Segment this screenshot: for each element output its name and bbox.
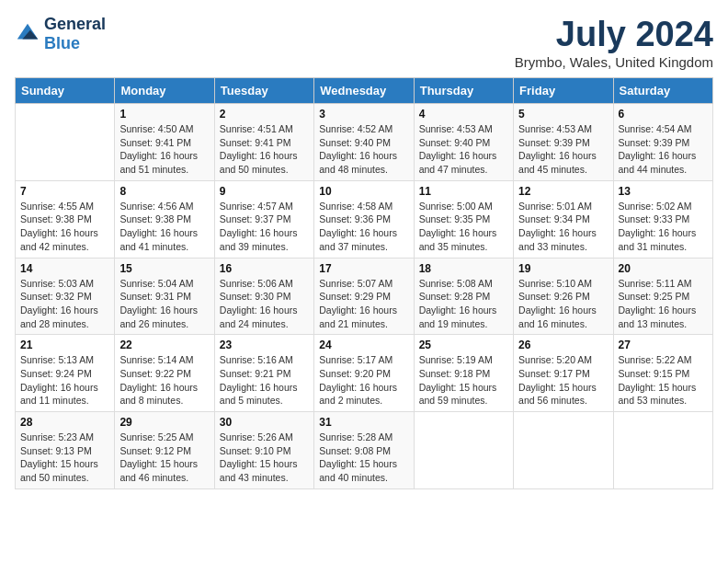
day-number: 17 bbox=[319, 262, 408, 275]
day-info: Sunrise: 4:56 AM Sunset: 9:38 PM Dayligh… bbox=[119, 200, 209, 254]
day-info: Sunrise: 5:10 AM Sunset: 9:26 PM Dayligh… bbox=[518, 277, 608, 331]
day-number: 15 bbox=[119, 262, 209, 275]
calendar-cell: 21Sunrise: 5:13 AM Sunset: 9:24 PM Dayli… bbox=[16, 335, 115, 412]
calendar-week-row: 1Sunrise: 4:50 AM Sunset: 9:41 PM Daylig… bbox=[16, 104, 713, 181]
day-info: Sunrise: 4:53 AM Sunset: 9:39 PM Dayligh… bbox=[518, 122, 608, 177]
page-header: General Blue July 2024 Brymbo, Wales, Un… bbox=[15, 15, 713, 70]
logo-text: General Blue bbox=[44, 15, 106, 53]
day-number: 29 bbox=[119, 416, 209, 429]
day-info: Sunrise: 5:19 AM Sunset: 9:18 PM Dayligh… bbox=[419, 353, 508, 408]
calendar-cell: 14Sunrise: 5:03 AM Sunset: 9:32 PM Dayli… bbox=[16, 258, 115, 335]
weekday-saturday: Saturday bbox=[613, 78, 712, 104]
calendar-cell: 11Sunrise: 5:00 AM Sunset: 9:35 PM Dayli… bbox=[414, 180, 513, 258]
day-info: Sunrise: 5:17 AM Sunset: 9:20 PM Dayligh… bbox=[319, 353, 408, 408]
calendar-cell: 12Sunrise: 5:01 AM Sunset: 9:34 PM Dayli… bbox=[514, 180, 613, 258]
calendar-cell: 7Sunrise: 4:55 AM Sunset: 9:38 PM Daylig… bbox=[16, 180, 115, 258]
day-info: Sunrise: 4:52 AM Sunset: 9:40 PM Dayligh… bbox=[319, 122, 408, 177]
day-info: Sunrise: 5:16 AM Sunset: 9:21 PM Dayligh… bbox=[220, 353, 309, 408]
calendar-cell bbox=[613, 412, 712, 489]
day-number: 10 bbox=[319, 185, 408, 198]
calendar-cell: 29Sunrise: 5:25 AM Sunset: 9:12 PM Dayli… bbox=[115, 412, 214, 489]
day-number: 7 bbox=[20, 185, 109, 198]
day-info: Sunrise: 5:01 AM Sunset: 9:34 PM Dayligh… bbox=[518, 200, 608, 254]
day-number: 26 bbox=[518, 339, 608, 351]
weekday-wednesday: Wednesday bbox=[314, 78, 414, 104]
day-info: Sunrise: 5:11 AM Sunset: 9:25 PM Dayligh… bbox=[619, 277, 708, 331]
day-number: 13 bbox=[619, 185, 708, 198]
day-number: 23 bbox=[220, 339, 309, 351]
day-number: 5 bbox=[518, 108, 608, 121]
calendar-cell: 25Sunrise: 5:19 AM Sunset: 9:18 PM Dayli… bbox=[414, 335, 513, 412]
day-info: Sunrise: 5:28 AM Sunset: 9:08 PM Dayligh… bbox=[319, 431, 408, 485]
month-title: July 2024 bbox=[515, 15, 713, 54]
calendar-cell: 22Sunrise: 5:14 AM Sunset: 9:22 PM Dayli… bbox=[115, 335, 214, 412]
day-info: Sunrise: 5:13 AM Sunset: 9:24 PM Dayligh… bbox=[20, 353, 109, 408]
day-info: Sunrise: 5:08 AM Sunset: 9:28 PM Dayligh… bbox=[419, 277, 508, 331]
calendar-cell: 24Sunrise: 5:17 AM Sunset: 9:20 PM Dayli… bbox=[314, 335, 414, 412]
calendar-cell: 20Sunrise: 5:11 AM Sunset: 9:25 PM Dayli… bbox=[613, 258, 712, 335]
day-number: 22 bbox=[119, 339, 209, 351]
day-number: 27 bbox=[619, 339, 708, 351]
day-info: Sunrise: 5:14 AM Sunset: 9:22 PM Dayligh… bbox=[119, 353, 209, 408]
day-info: Sunrise: 4:54 AM Sunset: 9:39 PM Dayligh… bbox=[619, 122, 708, 177]
day-number: 12 bbox=[518, 185, 608, 198]
calendar-cell: 9Sunrise: 4:57 AM Sunset: 9:37 PM Daylig… bbox=[214, 180, 313, 258]
weekday-header-row: SundayMondayTuesdayWednesdayThursdayFrid… bbox=[16, 78, 713, 104]
calendar-cell: 2Sunrise: 4:51 AM Sunset: 9:41 PM Daylig… bbox=[214, 104, 313, 181]
logo-icon bbox=[15, 21, 40, 47]
calendar-cell: 13Sunrise: 5:02 AM Sunset: 9:33 PM Dayli… bbox=[613, 180, 712, 258]
calendar-cell bbox=[16, 104, 115, 181]
day-info: Sunrise: 5:00 AM Sunset: 9:35 PM Dayligh… bbox=[419, 200, 508, 254]
weekday-tuesday: Tuesday bbox=[214, 78, 313, 104]
day-number: 21 bbox=[20, 339, 109, 351]
calendar-cell: 26Sunrise: 5:20 AM Sunset: 9:17 PM Dayli… bbox=[514, 335, 613, 412]
day-number: 25 bbox=[419, 339, 508, 351]
day-number: 28 bbox=[20, 416, 109, 429]
title-block: July 2024 Brymbo, Wales, United Kingdom bbox=[515, 15, 713, 70]
calendar-cell: 19Sunrise: 5:10 AM Sunset: 9:26 PM Dayli… bbox=[514, 258, 613, 335]
calendar-week-row: 7Sunrise: 4:55 AM Sunset: 9:38 PM Daylig… bbox=[16, 180, 713, 258]
day-number: 1 bbox=[119, 108, 209, 121]
day-number: 3 bbox=[319, 108, 408, 121]
day-number: 14 bbox=[20, 262, 109, 275]
day-info: Sunrise: 5:06 AM Sunset: 9:30 PM Dayligh… bbox=[220, 277, 309, 331]
day-info: Sunrise: 5:04 AM Sunset: 9:31 PM Dayligh… bbox=[119, 277, 209, 331]
day-info: Sunrise: 4:53 AM Sunset: 9:40 PM Dayligh… bbox=[419, 122, 508, 177]
calendar-cell: 4Sunrise: 4:53 AM Sunset: 9:40 PM Daylig… bbox=[414, 104, 513, 181]
day-number: 31 bbox=[319, 416, 408, 429]
day-number: 2 bbox=[220, 108, 309, 121]
calendar-cell: 16Sunrise: 5:06 AM Sunset: 9:30 PM Dayli… bbox=[214, 258, 313, 335]
day-info: Sunrise: 5:07 AM Sunset: 9:29 PM Dayligh… bbox=[319, 277, 408, 331]
day-info: Sunrise: 4:55 AM Sunset: 9:38 PM Dayligh… bbox=[20, 200, 109, 254]
calendar-cell: 15Sunrise: 5:04 AM Sunset: 9:31 PM Dayli… bbox=[115, 258, 214, 335]
day-info: Sunrise: 4:58 AM Sunset: 9:36 PM Dayligh… bbox=[319, 200, 408, 254]
day-info: Sunrise: 4:57 AM Sunset: 9:37 PM Dayligh… bbox=[220, 200, 309, 254]
calendar-cell: 3Sunrise: 4:52 AM Sunset: 9:40 PM Daylig… bbox=[314, 104, 414, 181]
day-info: Sunrise: 5:02 AM Sunset: 9:33 PM Dayligh… bbox=[619, 200, 708, 254]
day-number: 30 bbox=[220, 416, 309, 429]
day-number: 24 bbox=[319, 339, 408, 351]
weekday-friday: Friday bbox=[514, 78, 613, 104]
calendar-cell: 18Sunrise: 5:08 AM Sunset: 9:28 PM Dayli… bbox=[414, 258, 513, 335]
calendar-cell: 6Sunrise: 4:54 AM Sunset: 9:39 PM Daylig… bbox=[613, 104, 712, 181]
weekday-sunday: Sunday bbox=[16, 78, 115, 104]
calendar-week-row: 21Sunrise: 5:13 AM Sunset: 9:24 PM Dayli… bbox=[16, 335, 713, 412]
day-info: Sunrise: 5:03 AM Sunset: 9:32 PM Dayligh… bbox=[20, 277, 109, 331]
calendar-cell: 5Sunrise: 4:53 AM Sunset: 9:39 PM Daylig… bbox=[514, 104, 613, 181]
day-number: 11 bbox=[419, 185, 508, 198]
day-number: 18 bbox=[419, 262, 508, 275]
day-number: 20 bbox=[619, 262, 708, 275]
day-info: Sunrise: 4:51 AM Sunset: 9:41 PM Dayligh… bbox=[220, 122, 309, 177]
calendar-cell: 1Sunrise: 4:50 AM Sunset: 9:41 PM Daylig… bbox=[115, 104, 214, 181]
calendar-week-row: 14Sunrise: 5:03 AM Sunset: 9:32 PM Dayli… bbox=[16, 258, 713, 335]
calendar-cell: 23Sunrise: 5:16 AM Sunset: 9:21 PM Dayli… bbox=[214, 335, 313, 412]
day-number: 4 bbox=[419, 108, 508, 121]
weekday-monday: Monday bbox=[115, 78, 214, 104]
day-info: Sunrise: 5:20 AM Sunset: 9:17 PM Dayligh… bbox=[518, 353, 608, 408]
calendar-cell: 10Sunrise: 4:58 AM Sunset: 9:36 PM Dayli… bbox=[314, 180, 414, 258]
day-number: 9 bbox=[220, 185, 309, 198]
location: Brymbo, Wales, United Kingdom bbox=[515, 54, 713, 70]
day-info: Sunrise: 5:23 AM Sunset: 9:13 PM Dayligh… bbox=[20, 431, 109, 485]
day-info: Sunrise: 5:26 AM Sunset: 9:10 PM Dayligh… bbox=[220, 431, 309, 485]
calendar-cell bbox=[514, 412, 613, 489]
